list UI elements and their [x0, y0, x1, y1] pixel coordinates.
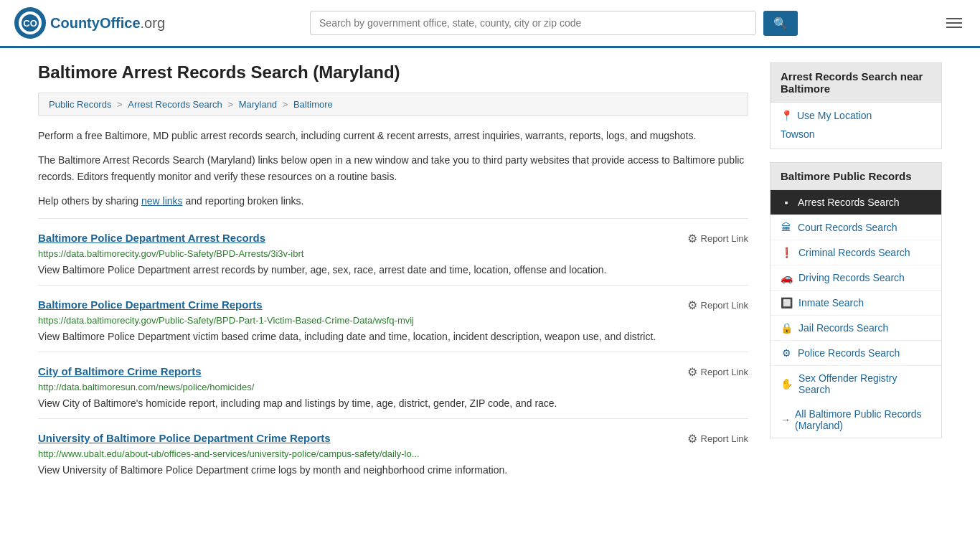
search-area: 🔍 [310, 11, 798, 36]
use-location-label: Use My Location [797, 110, 872, 121]
nearby-links-list: Towson [781, 127, 931, 141]
report-link-2[interactable]: ⚙ Report Link [687, 365, 748, 379]
hamburger-menu-button[interactable] [943, 14, 966, 32]
nav-label-2: Criminal Records Search [798, 247, 910, 258]
result-url-0: https://data.baltimorecity.gov/Public-Sa… [38, 248, 748, 259]
nav-icon-5: 🔒 [781, 322, 793, 334]
report-link-1[interactable]: ⚙ Report Link [687, 298, 748, 312]
results-list: Baltimore Police Department Arrest Recor… [38, 218, 748, 485]
menu-line [946, 18, 962, 19]
intro-text-1: Perform a free Baltimore, MD public arre… [38, 128, 748, 143]
logo-suffix: .org [141, 15, 165, 31]
nav-icon-7: ✋ [781, 378, 793, 390]
use-my-location[interactable]: 📍 Use My Location [781, 110, 931, 121]
nav-label-3: Driving Records Search [798, 272, 905, 283]
public-records-box: Baltimore Public Records ▪ Arrest Record… [770, 162, 942, 438]
report-label: Report Link [701, 233, 748, 244]
report-label: Report Link [701, 367, 748, 377]
logo-text: CountyOffice.org [50, 15, 165, 32]
sidebar-nav-link-5[interactable]: 🔒 Jail Records Search [771, 316, 941, 340]
all-records-label: All Baltimore Public Records (Maryland) [795, 408, 931, 431]
result-title-3[interactable]: University of Baltimore Police Departmen… [38, 432, 331, 444]
breadcrumb-public-records[interactable]: Public Records [49, 99, 111, 110]
report-icon: ⚙ [687, 365, 697, 379]
site-header: CO CountyOffice.org 🔍 [0, 0, 980, 48]
sidebar-nav-item-1: 🏛 Court Records Search [771, 215, 941, 240]
arrow-icon: → [781, 414, 791, 425]
report-label: Report Link [701, 300, 748, 311]
sidebar-nav-item-7: ✋ Sex Offender Registry Search [771, 366, 941, 402]
result-desc-1: View Baltimore Police Department victim … [38, 329, 748, 344]
sidebar-nav-link-2[interactable]: ❗ Criminal Records Search [771, 240, 941, 265]
breadcrumb-arrest-records[interactable]: Arrest Records Search [128, 99, 222, 110]
logo-main: CountyOffice [50, 15, 141, 31]
breadcrumb: Public Records > Arrest Records Search >… [38, 93, 748, 116]
menu-line [946, 22, 962, 24]
breadcrumb-sep: > [283, 99, 291, 110]
sidebar-nav-link-1[interactable]: 🏛 Court Records Search [771, 215, 941, 240]
sidebar-nav-item-3: 🚗 Driving Records Search [771, 265, 941, 291]
breadcrumb-maryland[interactable]: Maryland [239, 99, 277, 110]
nav-label-1: Court Records Search [798, 222, 897, 233]
report-icon: ⚙ [687, 432, 697, 446]
nav-icon-4: 🔲 [781, 297, 793, 309]
result-url-2: http://data.baltimoresun.com/news/police… [38, 382, 748, 392]
result-item: City of Baltimore Crime Reports ⚙ Report… [38, 352, 748, 418]
sidebar-nav-link-7[interactable]: ✋ Sex Offender Registry Search [771, 366, 941, 402]
result-desc-2: View City of Baltimore's homicide report… [38, 396, 748, 411]
nearby-title: Arrest Records Search near Baltimore [771, 63, 941, 103]
breadcrumb-baltimore[interactable]: Baltimore [293, 99, 333, 110]
sidebar-nav-link-6[interactable]: ⚙ Police Records Search [771, 341, 941, 365]
sidebar: Arrest Records Search near Baltimore 📍 U… [770, 62, 942, 485]
result-url-1: https://data.baltimorecity.gov/Public-Sa… [38, 315, 748, 326]
intro-text-2: The Baltimore Arrest Records Search (Mar… [38, 152, 748, 184]
nav-label-7: Sex Offender Registry Search [798, 372, 931, 395]
sidebar-nav-link-3[interactable]: 🚗 Driving Records Search [771, 265, 941, 290]
nav-icon-1: 🏛 [781, 222, 792, 233]
result-item: Baltimore Police Department Arrest Recor… [38, 218, 748, 285]
svg-text:CO: CO [23, 18, 37, 29]
sidebar-nav-item-6: ⚙ Police Records Search [771, 341, 941, 366]
result-title-1[interactable]: Baltimore Police Department Crime Report… [38, 298, 263, 311]
nav-icon-2: ❗ [781, 247, 793, 258]
report-label: Report Link [701, 433, 748, 444]
report-link-3[interactable]: ⚙ Report Link [687, 432, 748, 446]
nav-icon-0: ▪ [781, 197, 792, 208]
page-title: Baltimore Arrest Records Search (Marylan… [38, 62, 748, 83]
new-links[interactable]: new links [141, 195, 183, 207]
search-button[interactable]: 🔍 [763, 11, 798, 36]
sidebar-nav-link-4[interactable]: 🔲 Inmate Search [771, 291, 941, 315]
breadcrumb-sep: > [117, 99, 125, 110]
sidebar-nav-link-0[interactable]: ▪ Arrest Records Search [771, 190, 941, 215]
result-desc-3: View University of Baltimore Police Depa… [38, 463, 748, 478]
nav-icon-6: ⚙ [781, 347, 792, 359]
public-records-title: Baltimore Public Records [771, 163, 941, 190]
nearby-box: Arrest Records Search near Baltimore 📍 U… [770, 62, 942, 149]
nav-label-4: Inmate Search [798, 297, 864, 309]
nav-label-5: Jail Records Search [798, 322, 888, 334]
result-item: University of Baltimore Police Departmen… [38, 418, 748, 485]
search-input[interactable] [310, 11, 756, 35]
result-title-0[interactable]: Baltimore Police Department Arrest Recor… [38, 232, 265, 244]
report-icon: ⚙ [687, 232, 697, 245]
sidebar-nav-item-4: 🔲 Inmate Search [771, 291, 941, 316]
all-public-records-link[interactable]: → All Baltimore Public Records (Maryland… [771, 402, 941, 438]
nav-icon-3: 🚗 [781, 272, 793, 283]
main-wrapper: Baltimore Arrest Records Search (Marylan… [24, 48, 956, 499]
breadcrumb-sep: > [227, 99, 235, 110]
result-title-2[interactable]: City of Baltimore Crime Reports [38, 365, 202, 377]
intro-text-3: Help others by sharing new links and rep… [38, 193, 748, 209]
nav-label-6: Police Records Search [798, 347, 900, 359]
content-area: Baltimore Arrest Records Search (Marylan… [38, 62, 748, 485]
sidebar-nav-item-2: ❗ Criminal Records Search [771, 240, 941, 265]
logo-icon: CO [14, 7, 46, 39]
result-desc-0: View Baltimore Police Department arrest … [38, 263, 748, 278]
result-url-3: http://www.ubalt.edu/about-ub/offices-an… [38, 448, 748, 459]
report-link-0[interactable]: ⚙ Report Link [687, 232, 748, 245]
sidebar-nav-item-0: ▪ Arrest Records Search [771, 190, 941, 215]
report-icon: ⚙ [687, 298, 697, 312]
search-icon: 🔍 [773, 17, 788, 29]
menu-line [946, 27, 962, 28]
nearby-link[interactable]: Towson [781, 127, 931, 141]
intro3-prefix: Help others by sharing [38, 195, 141, 207]
